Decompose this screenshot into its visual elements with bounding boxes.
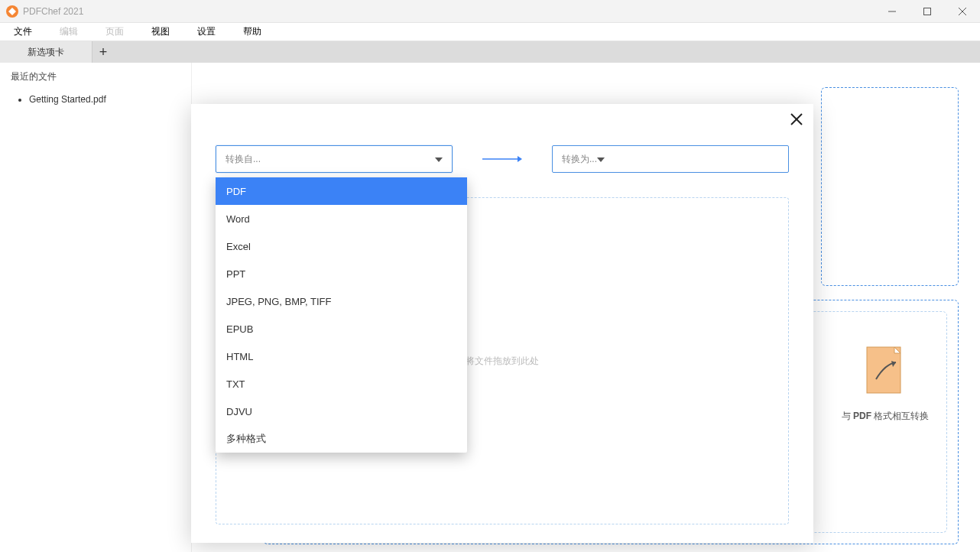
menubar: 文件 编辑 页面 视图 设置 帮助 <box>0 23 980 41</box>
add-tab-button[interactable]: + <box>92 41 114 63</box>
convert-from-select[interactable]: 转换自... <box>216 145 453 173</box>
dropdown-option[interactable]: DJVU <box>216 398 467 425</box>
recent-file-item[interactable]: Getting Started.pdf <box>29 94 180 105</box>
dropdown-option[interactable]: Excel <box>216 232 467 260</box>
convert-dialog: 转换自... 转换为... 将文件拖放到此处 PDF Word Excel PP… <box>191 104 813 543</box>
dialog-close-button[interactable] <box>789 112 804 127</box>
menu-edit[interactable]: 编辑 <box>46 23 92 41</box>
body-area: 最近的文件 Getting Started.pdf 与 PDF 格式相互转换 <box>0 63 980 552</box>
menu-settings[interactable]: 设置 <box>183 23 229 41</box>
maximize-button[interactable] <box>910 0 945 23</box>
dropdown-option[interactable]: Word <box>216 205 467 232</box>
app-title: PDFChef 2021 <box>23 6 875 17</box>
titlebar: PDFChef 2021 <box>0 0 980 23</box>
sidebar: 最近的文件 Getting Started.pdf <box>0 63 191 552</box>
dropdown-option[interactable]: JPEG, PNG, BMP, TIFF <box>216 287 467 315</box>
convert-tile-caption: 与 PDF 格式相互转换 <box>832 410 939 423</box>
convert-to-placeholder: 转换为... <box>562 153 597 166</box>
recent-files-list: Getting Started.pdf <box>11 94 180 105</box>
dropdown-option[interactable]: HTML <box>216 343 467 370</box>
dropdown-option[interactable]: PPT <box>216 260 467 287</box>
recent-files-heading: 最近的文件 <box>11 70 180 83</box>
dropdown-option[interactable]: EPUB <box>216 315 467 343</box>
convert-to-select[interactable]: 转换为... <box>552 145 789 173</box>
svg-marker-13 <box>518 156 522 162</box>
convert-from-placeholder: 转换自... <box>226 153 261 166</box>
tabstrip: 新选项卡 + <box>0 41 980 63</box>
menu-page[interactable]: 页面 <box>92 23 138 41</box>
close-window-button[interactable] <box>945 0 980 23</box>
command-panel-top <box>821 87 959 286</box>
dropdown-option[interactable]: 多种格式 <box>216 425 467 453</box>
convert-from-dropdown: PDF Word Excel PPT JPEG, PNG, BMP, TIFF … <box>216 177 467 453</box>
converter-row: 转换自... 转换为... <box>191 104 813 173</box>
chevron-down-icon <box>597 154 605 164</box>
dropdown-option[interactable]: TXT <box>216 370 467 398</box>
minimize-button[interactable] <box>875 0 910 23</box>
window-controls <box>875 0 980 23</box>
convert-tile[interactable]: 与 PDF 格式相互转换 <box>832 330 939 476</box>
svg-rect-1 <box>924 8 931 15</box>
arrow-icon <box>480 154 524 164</box>
menu-file[interactable]: 文件 <box>0 23 46 41</box>
app-icon <box>6 5 18 18</box>
close-icon <box>790 113 803 125</box>
dropdown-option[interactable]: PDF <box>216 177 467 205</box>
tab-new[interactable]: 新选项卡 <box>0 41 92 63</box>
convert-tile-icon <box>864 346 907 399</box>
chevron-down-icon <box>435 154 443 164</box>
menu-help[interactable]: 帮助 <box>229 23 275 41</box>
menu-view[interactable]: 视图 <box>138 23 183 41</box>
drop-zone-hint: 将文件拖放到此处 <box>466 355 539 368</box>
